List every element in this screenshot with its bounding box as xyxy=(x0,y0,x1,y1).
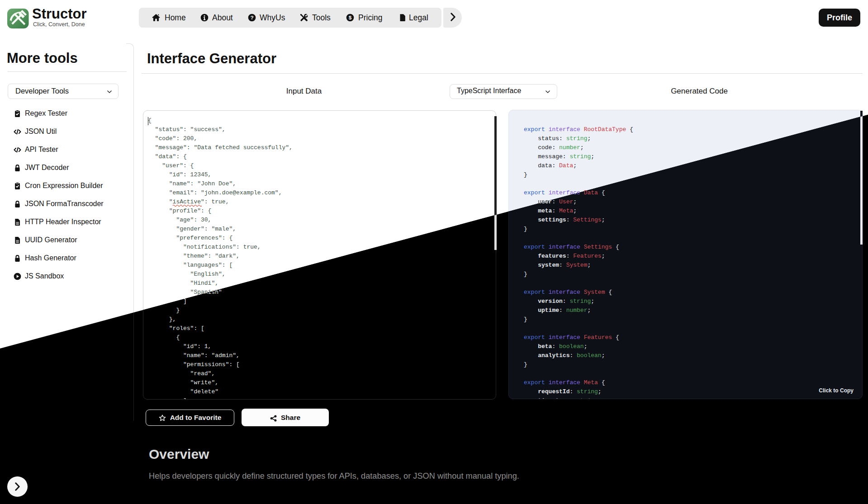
svg-text:$: $ xyxy=(349,14,352,21)
svg-text:?: ? xyxy=(250,14,253,21)
